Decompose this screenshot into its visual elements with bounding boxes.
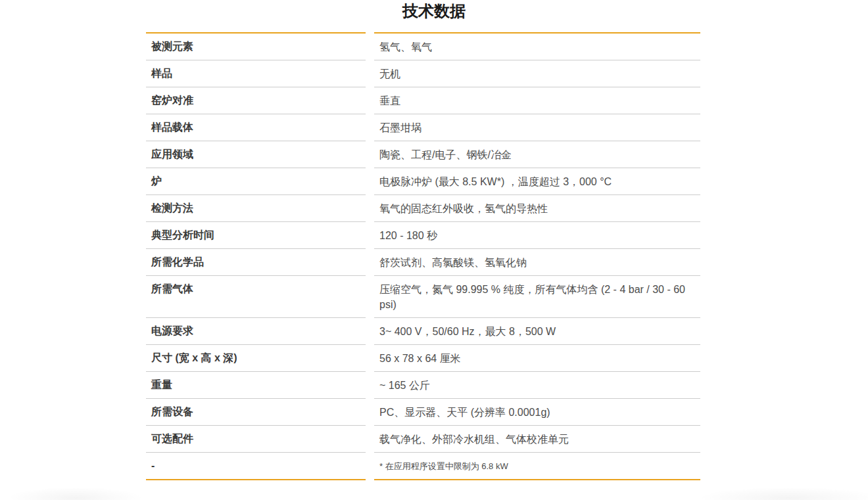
spec-label: 尺寸 (宽 x 高 x 深) [146, 345, 366, 372]
table-row: 检测方法 氧气的固态红外吸收，氢气的导热性 [146, 195, 700, 222]
table-row: 窑炉对准 垂直 [146, 87, 700, 114]
table-row: 电源要求 3~ 400 V，50/60 Hz，最大 8，500 W [146, 318, 700, 345]
spec-value: 3~ 400 V，50/60 Hz，最大 8，500 W [374, 318, 700, 345]
spec-label: 所需设备 [146, 399, 366, 426]
table-row: - * 在应用程序设置中限制为 6.8 kW [146, 453, 700, 480]
spec-value: 氢气、氧气 [374, 32, 700, 60]
spec-value: * 在应用程序设置中限制为 6.8 kW [374, 453, 700, 480]
spec-value: 电极脉冲炉 (最大 8.5 KW*) ，温度超过 3，000 °C [374, 168, 700, 195]
table-row: 炉 电极脉冲炉 (最大 8.5 KW*) ，温度超过 3，000 °C [146, 168, 700, 195]
table-row: 尺寸 (宽 x 高 x 深) 56 x 78 x 64 厘米 [146, 345, 700, 372]
spec-label: 所需气体 [146, 276, 366, 318]
spec-label: 重量 [146, 372, 366, 399]
tech-data-table: 被测元素 氢气、氧气 样品 无机 窑炉对准 垂直 样品载体 石墨坩埚 应用领域 … [146, 32, 700, 480]
bottom-left-shade [7, 487, 145, 500]
table-row: 样品载体 石墨坩埚 [146, 114, 700, 141]
spec-label: 样品 [146, 60, 366, 87]
spec-value: PC、显示器、天平 (分辨率 0.0001g) [374, 399, 700, 426]
table-row: 样品 无机 [146, 60, 700, 87]
bottom-right-shade [697, 487, 868, 500]
spec-label: 电源要求 [146, 318, 366, 345]
spec-label: 应用领域 [146, 141, 366, 168]
spec-label: 检测方法 [146, 195, 366, 222]
table-row: 所需气体 压缩空气，氮气 99.995 % 纯度，所有气体均含 (2 - 4 b… [146, 276, 700, 318]
spec-value: ~ 165 公斤 [374, 372, 700, 399]
spec-value: 56 x 78 x 64 厘米 [374, 345, 700, 372]
spec-label: 所需化学品 [146, 249, 366, 276]
spec-value: 石墨坩埚 [374, 114, 700, 141]
spec-value: 载气净化、外部冷水机组、气体校准单元 [374, 426, 700, 453]
table-row: 可选配件 载气净化、外部冷水机组、气体校准单元 [146, 426, 700, 453]
table-row: 典型分析时间 120 - 180 秒 [146, 222, 700, 249]
table-row: 所需设备 PC、显示器、天平 (分辨率 0.0001g) [146, 399, 700, 426]
page: 技术数据 被测元素 氢气、氧气 样品 无机 窑炉对准 垂直 样品载体 石墨坩埚 … [0, 0, 868, 500]
table-row: 被测元素 氢气、氧气 [146, 32, 700, 60]
spec-label: 被测元素 [146, 32, 366, 60]
spec-value: 氧气的固态红外吸收，氢气的导热性 [374, 195, 700, 222]
table-row: 所需化学品 舒茨试剂、高氯酸镁、氢氧化钠 [146, 249, 700, 276]
table-row: 重量 ~ 165 公斤 [146, 372, 700, 399]
spec-label: 典型分析时间 [146, 222, 366, 249]
spec-label: 样品载体 [146, 114, 366, 141]
spec-value: 压缩空气，氮气 99.995 % 纯度，所有气体均含 (2 - 4 bar / … [374, 276, 700, 318]
spec-value: 120 - 180 秒 [374, 222, 700, 249]
spec-value: 舒茨试剂、高氯酸镁、氢氧化钠 [374, 249, 700, 276]
spec-label: 窑炉对准 [146, 87, 366, 114]
table-row: 应用领域 陶瓷、工程/电子、钢铁/冶金 [146, 141, 700, 168]
spec-value: 陶瓷、工程/电子、钢铁/冶金 [374, 141, 700, 168]
spec-value: 垂直 [374, 87, 700, 114]
spec-label: - [146, 453, 366, 480]
spec-value: 无机 [374, 60, 700, 87]
spec-label: 炉 [146, 168, 366, 195]
page-title: 技术数据 [0, 1, 868, 21]
spec-label: 可选配件 [146, 426, 366, 453]
